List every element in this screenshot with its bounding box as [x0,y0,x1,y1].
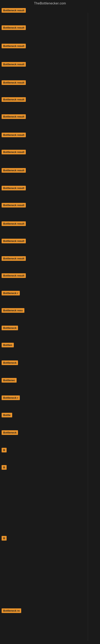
bottleneck-result-badge: Bottleneck result [1,273,26,278]
list-item: B [1,535,7,542]
list-item: Bottleneck [1,324,19,332]
bottleneck-result-badge: Bottle [1,413,12,418]
bottleneck-result-badge: Bottleneck result [1,239,26,243]
list-item: Bottleneck r [1,394,21,402]
bottleneck-result-badge: B [1,448,7,452]
list-item: Bottleneck result [1,24,27,32]
list-item: Bottleneck result [1,132,27,139]
bottleneck-result-badge: Bottleneck result [1,168,26,173]
bottleneck-result-badge: Bottleneck result [1,62,26,66]
bottleneck-result-badge: Bottleneck result [1,44,26,48]
site-title: TheBottlenecker.com [0,0,100,7]
list-item: B [1,464,7,472]
bottleneck-result-badge: Bottleneck result [1,25,26,30]
bottleneck-result-badge: Bottleneck result [1,203,26,208]
list-item: Bottleneck [1,429,19,437]
list-item: Bottleneck result [1,61,27,69]
list-item: Bottleneck result [1,148,27,156]
bottleneck-result-badge: Bottleneck [1,360,18,365]
list-item: Bottleneck resu [1,307,25,315]
bottleneck-result-badge: Bottleneck result [1,8,26,13]
bottleneck-result-badge: Bottleneck result [1,80,26,85]
chart-line [88,13,88,641]
list-item: Bottleneck result [1,184,27,192]
bottleneck-result-badge: Bottleneck r [1,396,20,400]
list-item: Bottleneck result [1,202,27,210]
list-item: Bottleneck result [1,238,27,245]
list-item: Bottlen [1,342,15,349]
bottleneck-result-badge: Bottleneck result [1,114,26,119]
bottleneck-result-badge: B [1,536,7,540]
bottleneck-result-badge: Bottleneck result [1,97,26,102]
bottleneck-result-badge: Bottleneck r [1,291,20,296]
bottleneck-result-badge: Bottleneck resu [1,308,24,313]
list-item: Bottleneck r [1,290,21,298]
list-item: Bottlenec [1,377,17,384]
bottleneck-result-badge: Bottleneck result [1,222,26,226]
bottleneck-result-badge: Bottlenec [1,378,17,382]
bottleneck-result-badge: Bottleneck result [1,186,26,190]
list-item: Bottleneck result [1,96,27,104]
list-item: Bottleneck [1,359,19,367]
list-item: Bottleneck result [1,79,27,87]
list-item: Bottleneck result [1,167,27,175]
list-item: Bottleneck result [1,272,27,280]
list-item: Bottleneck result [1,7,27,15]
bottleneck-result-badge: Bottleneck result [1,256,26,261]
list-item: Bottle [1,412,13,420]
results-container: Bottleneck resultBottleneck resultBottle… [0,7,100,641]
bottleneck-result-badge: Bottlen [1,343,14,347]
bottleneck-result-badge: Bottleneck re [1,608,21,613]
bottleneck-result-badge: Bottleneck result [1,132,26,137]
list-item: B [1,446,7,454]
list-item: Bottleneck result [1,113,27,121]
list-item: Bottleneck re [1,607,22,615]
list-item: Bottleneck result [1,42,27,50]
list-item: Bottleneck result [1,255,27,263]
bottleneck-result-badge: Bottleneck result [1,150,26,154]
bottleneck-result-badge: B [1,465,7,470]
list-item: Bottleneck result [1,220,27,228]
bottleneck-result-badge: Bottleneck [1,430,18,435]
bottleneck-result-badge: Bottleneck [1,326,18,330]
site-header: TheBottlenecker.com [0,0,100,7]
